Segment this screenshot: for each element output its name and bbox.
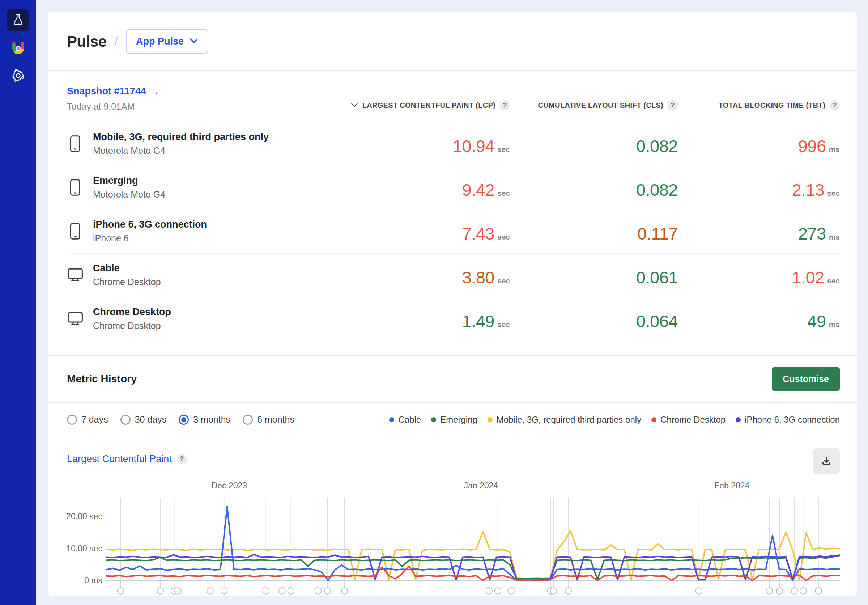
table-row-mobile-3g-third-parties[interactable]: Mobile, 3G, required third parties only … <box>67 122 840 166</box>
profile-name: Mobile, 3G, required third parties only <box>93 131 269 143</box>
desktop-monitor-icon <box>67 267 84 282</box>
chart-title-link[interactable]: Largest Contentful Paint <box>67 453 172 465</box>
device-cell: Cable Chrome Desktop <box>67 263 351 287</box>
cls-value-cell: 0.082 <box>510 136 691 156</box>
x-axis-label: Feb 2024 <box>714 481 749 491</box>
sidebar-item-app-logo[interactable] <box>8 39 28 60</box>
tbt-value: 996 <box>798 136 826 156</box>
lcp-unit: sec <box>497 233 510 241</box>
radio-label: 7 days <box>81 414 108 425</box>
tbt-value: 1.02 <box>792 267 824 287</box>
tbt-value-cell: 996 ms <box>691 136 840 156</box>
tbt-unit: ms <box>829 233 840 241</box>
tbt-value: 2.13 <box>792 180 824 200</box>
metric-history-title: Metric History <box>67 373 137 385</box>
lcp-help-icon[interactable]: ? <box>500 100 510 110</box>
column-header-lcp-label: LARGEST CONTENTFUL PAINT (LCP) <box>363 101 496 110</box>
lcp-value-cell: 10.94 sec <box>351 136 510 156</box>
tbt-unit: ms <box>829 320 840 329</box>
download-chart-button[interactable] <box>813 448 840 475</box>
cls-value-cell: 0.082 <box>510 180 691 200</box>
chart-help-icon[interactable]: ? <box>177 454 187 464</box>
column-header-tbt[interactable]: TOTAL BLOCKING TIME (TBT) ? <box>691 100 840 113</box>
tbt-value: 49 <box>807 311 826 331</box>
profile-name: Cable <box>93 263 161 274</box>
table-row-emerging[interactable]: Emerging Motorola Moto G4 9.42 sec 0.082… <box>67 166 840 210</box>
radio-30-days[interactable]: 30 days <box>121 414 167 425</box>
device-cell: Mobile, 3G, required third parties only … <box>67 131 351 156</box>
cls-value: 0.061 <box>636 267 678 287</box>
snapshot-link[interactable]: Snapshot #11744 → <box>67 86 160 97</box>
app-logo-icon <box>9 39 28 60</box>
radio-3-months[interactable]: 3 months <box>179 414 230 425</box>
page-title: Pulse <box>67 33 107 50</box>
cls-value-cell: 0.064 <box>510 311 691 331</box>
device-name: Motorola Moto G4 <box>93 146 269 156</box>
x-axis-label: Jan 2024 <box>463 481 498 491</box>
chart-filters: 7 days 30 days 3 months 6 months <box>48 402 857 437</box>
lcp-value: 1.49 <box>462 311 494 331</box>
radio-7-days[interactable]: 7 days <box>67 414 108 425</box>
sidebar-item-pulse[interactable] <box>7 9 29 31</box>
legend-item-cable[interactable]: Cable <box>389 415 421 425</box>
legend-label: iPhone 6, 3G connection <box>745 415 840 425</box>
profile-name: iPhone 6, 3G connection <box>93 219 207 230</box>
legend-item-iphone6-3g[interactable]: iPhone 6, 3G connection <box>736 415 840 425</box>
legend-item-emerging[interactable]: Emerging <box>431 415 477 425</box>
legend-item-mobile-3g[interactable]: Mobile, 3G, required third parties only <box>488 415 641 425</box>
sidebar <box>0 0 36 605</box>
mobile-phone-icon <box>67 179 84 196</box>
legend-dot <box>736 417 741 422</box>
page-header: Pulse / App Pulse <box>48 12 857 71</box>
lcp-value-cell: 1.49 sec <box>351 311 510 331</box>
desktop-monitor-icon <box>67 311 84 326</box>
cls-value-cell: 0.061 <box>510 267 691 287</box>
chevron-down-icon <box>189 38 198 45</box>
radio-label: 30 days <box>135 414 167 425</box>
chart-plot-area[interactable]: Dec 2023Jan 2024Feb 2024 <box>106 481 840 596</box>
lcp-chart-section: Largest Contentful Paint ? 20.00 sec10.0… <box>48 437 857 596</box>
radio-icon <box>179 415 189 425</box>
lcp-value: 3.80 <box>462 267 494 287</box>
cls-value: 0.064 <box>636 311 678 331</box>
page-selector-dropdown[interactable]: App Pulse <box>126 29 208 54</box>
legend-dot <box>431 417 436 422</box>
legend-dot <box>651 417 656 422</box>
lcp-value-cell: 3.80 sec <box>351 267 510 287</box>
chart-header: Largest Contentful Paint ? <box>67 448 840 475</box>
column-header-lcp[interactable]: LARGEST CONTENTFUL PAINT (LCP) ? <box>351 100 510 113</box>
tbt-unit: sec <box>827 276 840 285</box>
pulse-card: Pulse / App Pulse Snapshot #11744 → Toda… <box>48 12 857 596</box>
table-row-cable[interactable]: Cable Chrome Desktop 3.80 sec 0.061 1.02… <box>67 254 840 298</box>
chart-line-cable[interactable] <box>106 507 840 580</box>
mobile-phone-icon <box>67 223 84 240</box>
snapshot-section: Snapshot #11744 → Today at 9:01AM LARGES… <box>48 71 857 341</box>
tbt-value-cell: 49 ms <box>691 311 840 331</box>
sidebar-item-settings[interactable] <box>8 66 28 87</box>
legend-dot <box>488 417 493 422</box>
tbt-help-icon[interactable]: ? <box>830 100 840 110</box>
device-name: Motorola Moto G4 <box>93 189 165 200</box>
chart-canvas[interactable] <box>106 498 840 596</box>
column-header-cls[interactable]: CUMULATIVE LAYOUT SHIFT (CLS) ? <box>510 100 691 113</box>
breadcrumb-separator: / <box>115 34 118 48</box>
radio-6-months[interactable]: 6 months <box>243 414 294 425</box>
cls-value-cell: 0.117 <box>510 223 691 244</box>
snapshot-timestamp: Today at 9:01AM <box>67 101 351 112</box>
tbt-value-cell: 1.02 sec <box>691 267 840 287</box>
customise-button[interactable]: Customise <box>772 367 840 391</box>
device-cell: Chrome Desktop Chrome Desktop <box>67 307 351 331</box>
y-axis-label: 10.00 sec <box>66 544 102 554</box>
table-row-iphone6-3g[interactable]: iPhone 6, 3G connection iPhone 6 7.43 se… <box>67 210 840 254</box>
cls-help-icon[interactable]: ? <box>668 100 678 110</box>
lcp-value: 9.42 <box>462 180 494 200</box>
table-row-chrome-desktop[interactable]: Chrome Desktop Chrome Desktop 1.49 sec 0… <box>67 298 840 341</box>
cls-value: 0.082 <box>636 136 678 156</box>
chart-line-mobile-3g-required-third-parties-only[interactable] <box>106 531 840 580</box>
column-header-cls-label: CUMULATIVE LAYOUT SHIFT (CLS) <box>538 101 663 110</box>
legend-item-chrome-desktop[interactable]: Chrome Desktop <box>651 415 725 425</box>
lcp-unit: sec <box>497 189 510 197</box>
flask-icon <box>12 13 24 27</box>
time-range-options: 7 days 30 days 3 months 6 months <box>67 414 294 425</box>
column-header-tbt-label: TOTAL BLOCKING TIME (TBT) <box>719 101 825 110</box>
